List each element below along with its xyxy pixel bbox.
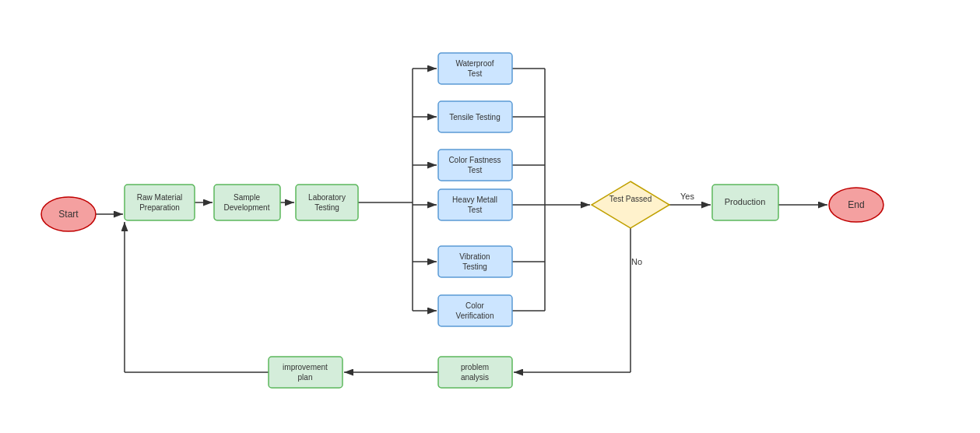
sample-dev-label-2: Development (224, 203, 270, 212)
vibration-node (438, 246, 512, 277)
sample-dev-label-1: Sample (234, 193, 260, 202)
colorverif-node (438, 295, 512, 326)
lab-testing-node (296, 185, 358, 220)
vibration-label-1: Vibration (459, 252, 490, 261)
test-passed-node (592, 181, 669, 228)
waterproof-node (438, 53, 512, 84)
raw-material-node (125, 185, 195, 220)
yes-label: Yes (680, 192, 694, 201)
test-passed-label-1: Test Passed (609, 195, 652, 203)
sample-dev-node (214, 185, 280, 220)
improvement-plan-label-2: plan (298, 373, 313, 382)
colorfast-node (438, 150, 512, 181)
improvement-plan-node (269, 357, 342, 388)
improvement-plan-label-1: improvement (283, 363, 328, 371)
problem-analysis-label-1: problem (461, 363, 489, 371)
raw-material-label-2: Preparation (139, 203, 180, 212)
heavymetal-label-1: Heavy Metall (452, 195, 497, 204)
heavymetal-node (438, 189, 512, 220)
tensile-label: Tensile Testing (449, 113, 500, 121)
lab-testing-label-2: Testing (314, 203, 339, 212)
heavymetal-label-2: Test (468, 206, 483, 214)
start-label: Start (58, 209, 79, 220)
problem-analysis-label-2: analysis (461, 373, 489, 382)
waterproof-label-1: Waterproof (455, 59, 494, 68)
colorverif-label-1: Color (465, 301, 485, 310)
end-label: End (848, 199, 864, 210)
waterproof-label-2: Test (468, 69, 483, 78)
raw-material-label-1: Raw Material (137, 193, 182, 202)
vibration-label-2: Testing (462, 262, 487, 271)
problem-analysis-node (438, 357, 512, 388)
production-label: Production (725, 197, 766, 206)
no-label: No (631, 257, 642, 266)
colorfast-label-2: Test (468, 166, 483, 174)
lab-testing-label-1: Laboratory (308, 193, 346, 202)
colorverif-label-2: Verification (456, 312, 494, 320)
colorfast-label-1: Color Fastness (448, 156, 501, 164)
